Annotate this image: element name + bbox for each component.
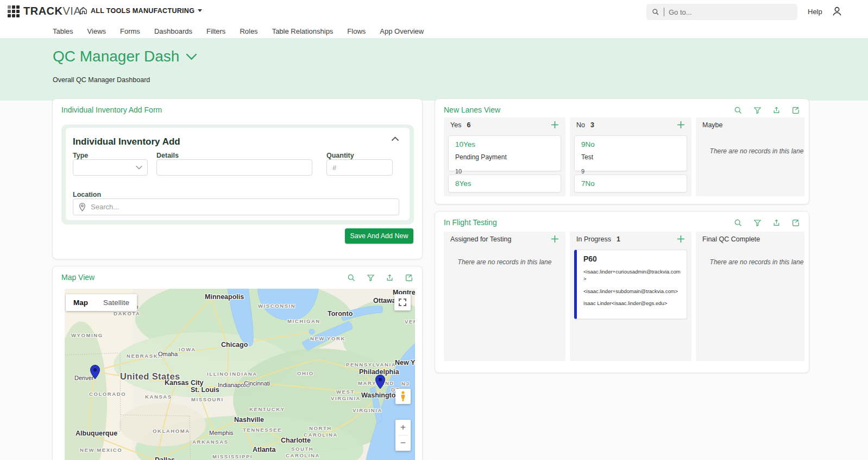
map-type-satellite-button[interactable]: Satellite [96,294,137,311]
record-card-9no[interactable]: 9No Test 9 [574,135,687,171]
lane-count: 3 [590,121,594,129]
lane-name: Yes [450,121,461,129]
lane-no: No 3 9No Test 9 7No [570,117,691,196]
dashboard-subtitle: Overall QC Manager Dashboard [53,76,150,84]
account-switcher[interactable]: ALL TOOLS MANUFACTURING [79,7,202,15]
record-detail: Pending Payment [455,153,554,161]
map-fullscreen-button[interactable] [394,294,411,310]
filter-icon[interactable] [753,106,762,115]
lane-count: 6 [467,121,470,129]
quantity-label: Quantity [326,152,354,159]
street-view-pegman-button[interactable] [395,389,411,404]
panel-title: Map View [61,273,95,282]
filter-icon[interactable] [753,219,762,227]
dashboard-banner: QC Manager Dash Overall QC Manager Dashb… [0,38,868,101]
panel-title: New Lanes View [444,105,500,114]
search-icon[interactable] [347,273,356,282]
plus-icon [677,121,685,129]
help-link[interactable]: Help [808,8,822,16]
lane-name: Assigned for Testing [450,235,511,243]
map-type-control: Map Satellite [66,294,137,311]
account-name: ALL TOOLS MANUFACTURING [91,7,194,15]
location-search-field[interactable] [73,198,399,215]
empty-lane-message: There are no records in this lane [696,258,804,266]
form-heading: Individual Inventory Add [73,136,180,147]
user-menu-button[interactable] [831,5,843,20]
map[interactable]: WYOMINGSOUTHDAKOTAWISCONSINMICHIGANNEW Y… [65,289,415,460]
record-email: <isaac.linder+curiousadmin@trackvia.com> [583,269,681,283]
tab-tables[interactable]: Tables [53,27,73,35]
add-record-button[interactable] [551,121,559,129]
tab-dashboards[interactable]: Dashboards [154,27,192,35]
add-record-button[interactable] [551,235,559,243]
collapse-form-button[interactable] [392,133,399,143]
plus-icon [551,121,559,129]
lane-name: Final QC Complete [702,235,760,243]
tab-flows[interactable]: Flows [347,27,366,35]
add-record-button[interactable] [677,121,685,129]
filter-icon[interactable] [367,273,375,282]
record-card-7no[interactable]: 7No [574,175,687,192]
map-type-map-button[interactable]: Map [66,294,96,311]
location-search-input[interactable] [91,203,393,211]
plus-icon [551,235,559,243]
text-cursor [664,8,664,16]
type-select[interactable] [73,159,148,176]
dashboard-title[interactable]: QC Manager Dash [53,48,179,65]
app-nav: Tables Views Forms Dashboards Filters Ro… [0,24,868,38]
details-label: Details [156,152,179,159]
search-icon[interactable] [734,219,743,227]
lane-name: In Progress [576,235,611,243]
record-card-10yes[interactable]: 10Yes Pending Payment 10 [448,135,561,171]
quantity-input[interactable] [326,159,393,176]
record-card-8yes[interactable]: 8Yes [448,175,561,192]
tab-filters[interactable]: Filters [206,27,225,35]
lane-yes: Yes 6 10Yes Pending Payment 10 8Yes [444,117,565,196]
map-view-panel: Map View [52,266,423,460]
zoom-out-button[interactable]: − [395,436,411,451]
empty-lane-message: There are no records in this lane [444,258,565,266]
add-record-button[interactable] [677,235,685,243]
location-label: Location [73,191,101,198]
search-placeholder: Go to... [669,8,692,16]
map-zoom-control: + − [395,420,411,451]
tab-views[interactable]: Views [87,27,106,35]
lane-name: No [576,121,585,129]
record-title: 8Yes [455,179,554,188]
export-icon[interactable] [772,106,781,115]
app-screen: TRACKVIA® ALL TOOLS MANUFACTURING Go to.… [0,0,868,460]
tab-forms[interactable]: Forms [120,27,140,35]
home-icon [79,7,87,15]
tab-table-relationships[interactable]: Table Relationships [272,27,334,35]
type-label: Type [73,152,88,159]
zoom-in-button[interactable]: + [395,420,411,435]
trackvia-logo[interactable]: TRACKVIA® [8,5,84,17]
user-icon [831,5,843,17]
panel-title: Individual Inventory Add Form [61,105,162,114]
new-lanes-view-panel: New Lanes View Yes 6 10Yes Pending Payme… [435,98,809,204]
washington-map-pin[interactable] [375,375,385,391]
tab-app-overview[interactable]: App Overview [380,27,424,35]
search-icon[interactable] [734,106,743,115]
record-card-p60[interactable]: P60 <isaac.linder+curiousadmin@trackvia.… [574,250,687,319]
export-icon[interactable] [772,219,781,227]
global-search-input[interactable]: Go to... [646,4,797,20]
in-flight-testing-panel: In Flight Testing Assigned for Testing T… [435,211,809,373]
lane-in-progress: In Progress 1 P60 <isaac.linder+curiousa… [570,232,691,361]
record-quantity: 10 [455,168,554,175]
denver-map-pin[interactable] [90,365,100,382]
dashboard-picker-chevron-icon[interactable] [186,53,197,60]
open-in-new-icon[interactable] [405,273,413,282]
panel-title: In Flight Testing [444,218,497,227]
chevron-down-icon [136,165,142,170]
lane-final-qc-complete: Final QC Complete There are no records i… [696,232,804,361]
empty-lane-message: There are no records in this lane [696,147,804,155]
save-and-add-new-button[interactable]: Save And Add New [345,228,413,244]
tab-roles[interactable]: Roles [240,27,257,35]
details-input[interactable] [156,159,312,176]
record-title: 7No [581,179,680,188]
brand-text: TRACKVIA® [23,5,84,17]
open-in-new-icon[interactable] [791,219,800,227]
open-in-new-icon[interactable] [791,106,800,115]
export-icon[interactable] [386,273,394,282]
